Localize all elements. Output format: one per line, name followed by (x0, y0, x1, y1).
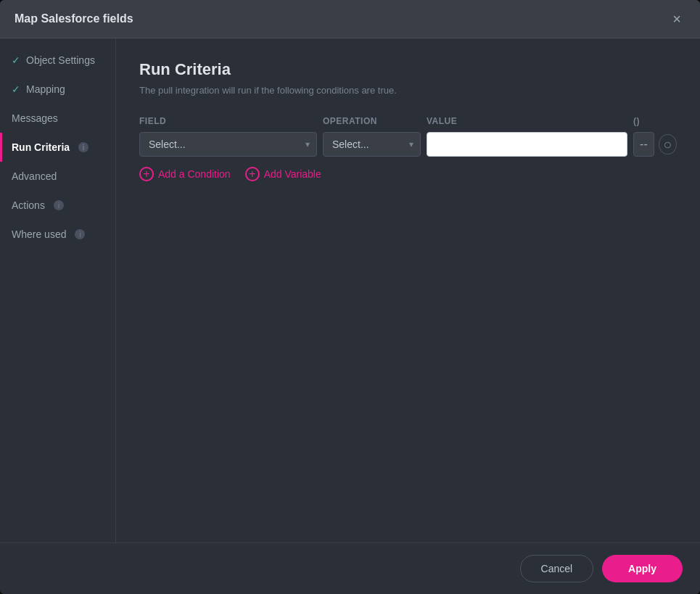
sidebar: ✓ Object Settings ✓ Mapping Messages Run… (0, 38, 116, 543)
cancel-button[interactable]: Cancel (520, 555, 594, 582)
sidebar-item-label: Where used (12, 228, 66, 240)
add-actions: + Add a Condition + Add Variable (139, 167, 677, 181)
modal-dialog: Map Salesforce fields × ✓ Object Setting… (0, 0, 700, 594)
plus-circle-icon: + (139, 167, 154, 181)
check-icon: ✓ (12, 83, 20, 95)
apply-button[interactable]: Apply (602, 555, 683, 582)
modal-header: Map Salesforce fields × (0, 0, 700, 38)
modal-title: Map Salesforce fields (15, 12, 133, 25)
sidebar-item-label: Mapping (26, 83, 65, 95)
info-icon: i (54, 200, 64, 210)
info-icon: i (78, 142, 88, 152)
sidebar-item-label: Object Settings (26, 54, 95, 66)
page-title: Run Criteria (139, 60, 677, 79)
sidebar-item-label: Run Criteria (12, 141, 70, 153)
close-button[interactable]: × (668, 10, 685, 28)
sidebar-item-mapping[interactable]: ✓ Mapping (0, 75, 115, 104)
operation-select-wrapper: Select... (323, 132, 421, 157)
row-actions: -- ○ (633, 132, 677, 157)
plus-circle-icon: + (245, 167, 260, 181)
field-select[interactable]: Select... (139, 132, 317, 157)
sidebar-item-object-settings[interactable]: ✓ Object Settings (0, 46, 115, 75)
modal-body: ✓ Object Settings ✓ Mapping Messages Run… (0, 38, 700, 543)
page-subtitle: The pull integration will run if the fol… (139, 85, 677, 96)
sidebar-item-label: Advanced (12, 170, 57, 182)
add-condition-button[interactable]: + Add a Condition (139, 167, 231, 181)
modal-overlay: Map Salesforce fields × ✓ Object Setting… (0, 0, 700, 594)
info-icon: i (75, 229, 85, 239)
check-icon: ✓ (12, 54, 20, 66)
operation-select[interactable]: Select... (323, 132, 421, 157)
dash-button[interactable]: -- (633, 132, 654, 157)
content-area: Run Criteria The pull integration will r… (116, 38, 700, 543)
sidebar-item-label: Actions (12, 199, 45, 211)
modal-footer: Cancel Apply (0, 543, 700, 594)
col-header-value: VALUE (427, 116, 627, 126)
conditions-header: FIELD OPERATION VALUE () (139, 116, 677, 126)
col-header-field: FIELD (139, 116, 317, 126)
col-header-operation: OPERATION (323, 116, 421, 126)
sidebar-item-where-used[interactable]: Where used i (0, 220, 115, 249)
field-select-wrapper: Select... (139, 132, 317, 157)
sidebar-item-label: Messages (12, 112, 58, 124)
col-header-parens: () (633, 116, 677, 126)
sidebar-item-advanced[interactable]: Advanced (0, 162, 115, 191)
add-variable-button[interactable]: + Add Variable (245, 167, 321, 181)
value-input[interactable] (427, 132, 627, 157)
condition-row: Select... Select... -- (139, 132, 677, 157)
conditions-table: FIELD OPERATION VALUE () Select... (139, 116, 677, 157)
sidebar-item-run-criteria[interactable]: Run Criteria i (0, 133, 115, 162)
minus-circle-icon: ○ (663, 136, 672, 153)
remove-condition-button[interactable]: ○ (659, 134, 677, 154)
sidebar-item-messages[interactable]: Messages (0, 104, 115, 133)
sidebar-item-actions[interactable]: Actions i (0, 191, 115, 220)
